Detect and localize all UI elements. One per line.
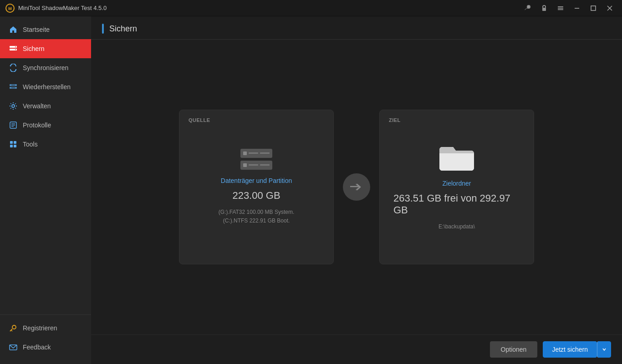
target-card[interactable]: ZIEL Zielordner 263.51 GB frei von 292.9… — [379, 110, 534, 264]
sidebar-item-synchronisieren[interactable]: Synchronisieren — [0, 58, 91, 77]
titlebar: M MiniTool ShadowMaker Test 4.5.0 — [0, 0, 622, 16]
app-logo-icon: M — [5, 4, 15, 13]
page-header: Sichern — [91, 16, 622, 40]
svg-rect-24 — [10, 145, 13, 147]
sidebar-bottom: Registrieren Feedback — [0, 314, 91, 364]
sidebar-item-sichern[interactable]: Sichern — [0, 39, 91, 58]
content-area: Sichern QUELLE — [91, 16, 622, 364]
key-icon — [9, 324, 17, 332]
menu-icon-btn[interactable] — [554, 1, 567, 15]
target-free-space: 263.51 GB frei von 292.97 GB — [393, 192, 520, 216]
footer: Optionen Jetzt sichern — [91, 334, 622, 364]
target-section-label: ZIEL — [389, 117, 401, 123]
target-path: E:\backupdata\ — [438, 222, 475, 231]
lock-icon-btn[interactable] — [537, 1, 551, 15]
arrow-forward-button[interactable] — [343, 173, 370, 201]
logs-icon — [9, 121, 17, 129]
cards-area: QUELLE Datenträger und Partition — [91, 40, 622, 334]
home-icon — [9, 25, 17, 34]
key-icon-btn[interactable] — [521, 1, 535, 15]
maximize-button[interactable] — [586, 1, 600, 15]
restore-icon — [9, 83, 17, 91]
sidebar-item-verwalten[interactable]: Verwalten — [0, 96, 91, 116]
source-type-label: Datenträger und Partition — [221, 177, 292, 184]
source-size: 223.00 GB — [232, 190, 280, 202]
svg-rect-6 — [558, 9, 563, 10]
close-button[interactable] — [603, 1, 617, 15]
svg-rect-5 — [558, 8, 563, 9]
svg-rect-25 — [14, 145, 16, 147]
drive-icon — [240, 149, 272, 170]
sidebar-item-feedback[interactable]: Feedback — [0, 338, 91, 357]
svg-rect-3 — [542, 8, 546, 11]
svg-point-26 — [12, 325, 16, 329]
manage-icon — [9, 102, 17, 110]
svg-point-13 — [15, 46, 16, 47]
svg-rect-8 — [591, 6, 596, 10]
folder-icon — [438, 143, 475, 172]
header-accent — [102, 24, 104, 34]
sidebar-item-registrieren[interactable]: Registrieren — [0, 318, 91, 338]
svg-rect-4 — [558, 6, 563, 7]
envelope-icon — [9, 343, 17, 351]
svg-rect-23 — [14, 141, 16, 144]
minimize-button[interactable] — [570, 1, 584, 15]
svg-point-2 — [528, 6, 529, 7]
page-title: Sichern — [109, 24, 137, 34]
sidebar-item-startseite[interactable]: Startseite — [0, 20, 91, 39]
backup-button[interactable]: Jetzt sichern — [543, 341, 597, 358]
svg-rect-22 — [10, 141, 13, 144]
tools-icon — [9, 140, 17, 148]
source-section-label: QUELLE — [189, 117, 210, 123]
backup-icon — [9, 45, 17, 53]
svg-rect-7 — [575, 8, 579, 9]
svg-text:M: M — [8, 6, 12, 11]
svg-point-14 — [15, 49, 16, 50]
options-button[interactable]: Optionen — [490, 341, 538, 358]
sidebar: Startseite Sichern — [0, 16, 91, 364]
window-controls — [521, 1, 617, 15]
sidebar-nav: Startseite Sichern — [0, 20, 91, 314]
svg-point-17 — [12, 105, 15, 107]
target-type-label: Zielordner — [442, 180, 471, 187]
sync-icon — [9, 64, 17, 72]
source-details: (G:).FAT32 100.00 MB System. (C:).NTFS 2… — [219, 208, 295, 225]
sidebar-item-protokolle[interactable]: Protokolle — [0, 116, 91, 135]
source-card[interactable]: QUELLE Datenträger und Partition — [179, 110, 334, 264]
app-title: M MiniTool ShadowMaker Test 4.5.0 — [5, 4, 107, 13]
sidebar-item-wiederherstellen[interactable]: Wiederherstellen — [0, 77, 91, 96]
backup-dropdown-button[interactable] — [597, 341, 611, 358]
sidebar-item-tools[interactable]: Tools — [0, 135, 91, 154]
